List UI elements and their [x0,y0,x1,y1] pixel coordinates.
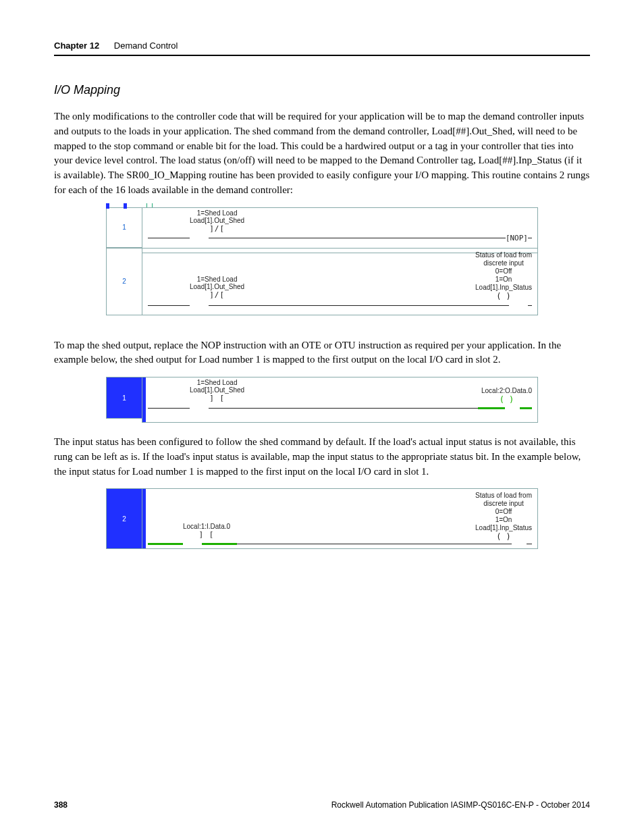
ladder-figure-1: 1 1=Shed Load Load[1].Out_Shed [NOP] 2 [106,207,538,322]
status-line: 1=On [495,516,512,524]
output-tag: Load[1].Inp_Status [475,524,532,532]
rung-body: Status of load from discrete input 0=Off… [142,488,538,549]
rung-number-selected: 1 [106,377,142,419]
rung-1: 1 1=Shed Load Load[1].Out_Shed [NOP] [106,207,538,248]
page: Chapter 12 Demand Control I/O Mapping Th… [0,0,644,834]
status-line: discrete input [483,259,523,267]
rung-body: 1=Shed Load Load[1].Out_Shed [NOP] [142,207,538,253]
rung: 2 Status of load from discrete input 0=O… [106,488,538,549]
rung-body: Status of load from discrete input 0=Off… [142,248,538,315]
power-rail-icon [142,377,146,422]
ladder-figure-3: 2 Status of load from discrete input 0=O… [106,488,538,549]
power-rail-icon [142,489,146,548]
output-tag: Load[1].Inp_Status [475,284,532,292]
ladder-figure-2: 1 1=Shed Load Load[1].Out_Shed Local:2:O… [106,377,538,419]
publication-id: Rockwell Automation Publication IASIMP-Q… [331,800,590,810]
xio-contact-icon [208,290,227,299]
rung-comment: 1=Shed Load [197,209,238,217]
paragraph-3: The input status has been configured to … [54,435,590,479]
status-line: Status of load from [475,492,532,500]
status-line: Status of load from [475,251,532,259]
status-line: 0=Off [495,508,512,516]
rung-comment: 1=Shed Load [197,379,238,386]
output-tag: Local:2:O.Data.0 [481,387,532,395]
rung-tag: Load[1].Out_Shed [190,386,244,394]
status-line: 1=On [495,276,512,284]
paragraph-1: The only modifications to the controller… [54,109,590,198]
rung-number: 2 [106,248,142,315]
rung-comment: 1=Shed Load [197,276,238,283]
rung-body: 1=Shed Load Load[1].Out_Shed Local:2:O.D… [142,377,538,423]
rung-2: 2 Status of load from discrete input 0=O… [106,248,538,315]
page-number: 388 [54,800,68,810]
page-footer: 388 Rockwell Automation Publication IASI… [54,800,590,810]
status-line: discrete input [483,500,523,508]
rung-tag: Load[1].Out_Shed [190,283,244,290]
rung-tag: Load[1].Out_Shed [190,217,244,224]
nop-instruction: [NOP] [506,234,528,242]
rung-number: 1 [106,207,142,248]
paragraph-2: To map the shed output, replace the NOP … [54,338,590,368]
section-heading: I/O Mapping [54,83,590,97]
running-header: Chapter 12 Demand Control [54,41,590,56]
status-line: 0=Off [495,267,512,276]
chapter-label: Chapter 12 [54,41,99,51]
rung-number-selected: 2 [106,488,142,549]
rung: 1 1=Shed Load Load[1].Out_Shed Local:2:O… [106,377,538,419]
rung-tag: Local:1:I.Data.0 [183,523,230,530]
chapter-title: Demand Control [114,41,178,51]
